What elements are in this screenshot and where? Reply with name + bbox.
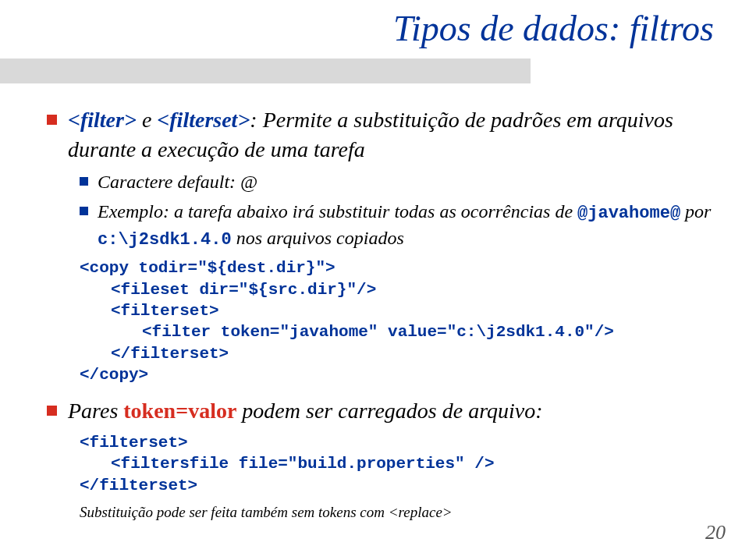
- bullet-1-text: <filter> e <filterset>: Permite a substi…: [68, 105, 714, 165]
- sub-bullet-2-text: Exemplo: a tarefa abaixo irá substituir …: [98, 199, 714, 251]
- sub-bullet-2: Exemplo: a tarefa abaixo irá substituir …: [80, 199, 714, 251]
- bullet-2: Pares token=valor podem ser carregados d…: [47, 396, 714, 426]
- footer-note: Substituição pode ser feita também sem t…: [80, 504, 714, 521]
- code-line: <filterset>: [111, 300, 714, 321]
- code-line: </filterset>: [111, 343, 714, 364]
- code-block-1: <copy todir="${dest.dir}"> <fileset dir=…: [80, 257, 714, 385]
- sub-bullet-square-icon: [80, 177, 88, 186]
- header-accent-bar: [0, 58, 531, 83]
- slide-title: Tipos de dados: filtros: [393, 8, 714, 49]
- bullet-1: <filter> e <filterset>: Permite a substi…: [47, 105, 714, 165]
- code-line: </copy>: [80, 364, 714, 385]
- code-line: <fileset dir="${src.dir}"/>: [111, 279, 714, 300]
- code-block-2: <filterset> <filtersfile file="build.pro…: [80, 432, 714, 496]
- bullet-2-text: Pares token=valor podem ser carregados d…: [68, 396, 543, 426]
- code-line: <copy todir="${dest.dir}">: [80, 257, 714, 278]
- filter-tag: <filter>: [68, 108, 137, 132]
- code-line: <filtersfile file="build.properties" />: [111, 453, 714, 474]
- bullet-square-icon: [47, 115, 57, 125]
- token-valor: token=valor: [123, 399, 236, 423]
- sub-bullet-1-text: Caractere default: @: [98, 169, 257, 194]
- sub-bullet-square-icon: [80, 207, 88, 215]
- code-line: <filter token="javahome" value="c:\j2sdk…: [142, 321, 714, 342]
- slide-body: <filter> e <filterset>: Permite a substi…: [47, 105, 714, 521]
- page-number: 20: [705, 521, 726, 544]
- code-line: </filterset>: [80, 475, 714, 496]
- bullet-square-icon: [47, 406, 57, 416]
- sub-bullet-1: Caractere default: @: [80, 169, 714, 194]
- code-line: <filterset>: [80, 432, 714, 453]
- filterset-tag: <filterset>: [157, 108, 250, 132]
